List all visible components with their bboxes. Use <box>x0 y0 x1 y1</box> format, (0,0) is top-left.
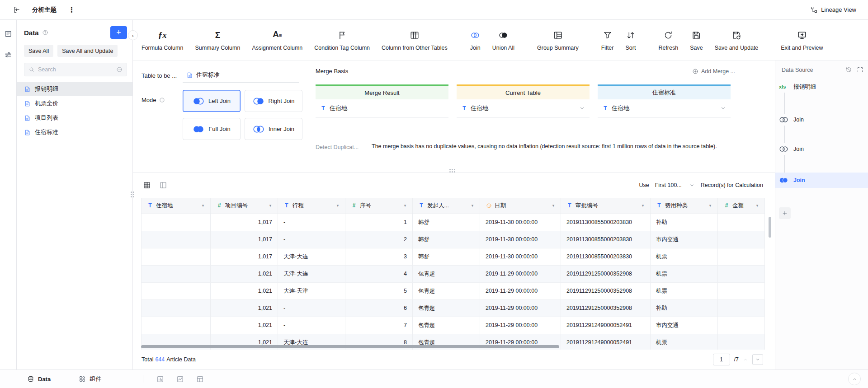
merge-field-name: 住宿地 <box>471 104 488 112</box>
previous-page-button[interactable] <box>743 357 748 362</box>
page-input[interactable] <box>713 354 730 365</box>
search-box[interactable] <box>24 63 127 76</box>
merge-card-2: Current TableT住宿地 <box>457 84 590 117</box>
column-filter-icon[interactable]: ▾ <box>469 203 476 208</box>
mode-right-join[interactable]: Right Join <box>245 90 302 112</box>
table-row[interactable]: 1,021大连-天津5包青超2019-11-29 00:00:002019112… <box>142 282 765 299</box>
table-row[interactable]: 1,021-7包青超2019-11-29 00:00:0020191129124… <box>142 317 765 334</box>
sidebar-table-1[interactable]: 报销明细 <box>17 82 132 96</box>
toolbar-sort[interactable]: Sort <box>619 29 642 51</box>
data-edit-icon[interactable] <box>4 51 12 59</box>
column-filter-icon[interactable]: ▾ <box>267 203 274 208</box>
column-header-9[interactable]: #金额▾ <box>718 198 765 214</box>
datasource-root-node[interactable]: xls报销明细 <box>775 81 868 93</box>
exit-analysis-icon[interactable] <box>13 6 20 14</box>
column-header-5[interactable]: T发起人...▾ <box>413 198 480 214</box>
column-filter-icon[interactable]: ▾ <box>334 203 341 208</box>
table-doc-icon <box>24 115 31 122</box>
merge-field-select[interactable]: T住宿地 <box>457 99 590 117</box>
sidebar-table-3[interactable]: 项目列表 <box>17 111 132 125</box>
chevron-down-icon[interactable] <box>720 105 726 111</box>
save-all-and-update-button[interactable]: Save All and Update <box>57 45 118 57</box>
mode-info-icon[interactable] <box>159 97 165 103</box>
toolbar-union-all[interactable]: Union All <box>486 29 520 51</box>
help-icon[interactable] <box>42 29 48 36</box>
datasource-join-node-2[interactable]: Join <box>775 143 868 155</box>
chart-line-widget-icon[interactable] <box>175 374 185 384</box>
column-header-6[interactable]: 日期▾ <box>480 198 561 214</box>
table-cell: 包青超 <box>413 282 480 299</box>
table-widget-icon[interactable] <box>195 374 205 384</box>
toolbar-summary-column[interactable]: ΣSummary Column <box>189 29 246 51</box>
table-row[interactable]: 1,017-2韩舒2019-11-30 00:00:00201911300855… <box>142 231 765 248</box>
column-header-2[interactable]: #项目编号▾ <box>211 198 278 214</box>
toolbar-condition-tag-column[interactable]: Condition Tag Column <box>308 29 376 51</box>
merge-field-select[interactable]: T住宿地 <box>598 99 731 117</box>
table-row[interactable]: 1,017-1韩舒2019-11-30 00:00:00201911300855… <box>142 214 765 231</box>
panel-resize-handle[interactable] <box>449 169 455 173</box>
mode-left-join[interactable]: Left Join <box>183 90 241 112</box>
form-view-icon <box>159 181 167 189</box>
toolbar-filter[interactable]: Filter <box>595 29 620 51</box>
mode-full-join[interactable]: Full Join <box>183 118 241 140</box>
save-all-button[interactable]: Save All <box>24 45 53 57</box>
toolbar-join[interactable]: Join <box>464 29 486 51</box>
more-menu-icon[interactable]: ⋮ <box>68 6 75 14</box>
chevron-down-icon[interactable] <box>579 105 585 111</box>
add-step-button[interactable] <box>779 207 791 219</box>
merge-card-title: Merge Result <box>316 84 448 99</box>
sidebar-resize-handle[interactable] <box>131 192 134 197</box>
horizontal-scrollbar[interactable] <box>141 345 559 348</box>
analysis-subject-icon[interactable] <box>4 30 12 38</box>
toolbar-save-and-update[interactable]: Save and Update <box>709 29 764 51</box>
chart-bar-widget-icon[interactable] <box>155 374 165 384</box>
search-input[interactable] <box>38 66 113 73</box>
datasource-join-node-1[interactable]: Join <box>775 114 868 126</box>
toolbar-save[interactable]: Save <box>684 29 709 51</box>
collapse-panel-button[interactable] <box>848 373 861 385</box>
toolbar-column-from-other-tables[interactable]: Column from Other Tables <box>376 29 453 51</box>
column-header-3[interactable]: T行程▾ <box>278 198 345 214</box>
vertical-scrollbar[interactable] <box>769 217 771 238</box>
search-options-icon[interactable] <box>116 66 123 73</box>
column-header-1[interactable]: T住宿地▾ <box>142 198 211 214</box>
toolbar-assignment-column[interactable]: A≡Assignment Column <box>246 29 308 51</box>
table-row[interactable]: 1,017天津-大连3韩舒2019-11-30 00:00:0020191130… <box>142 248 765 265</box>
column-filter-icon[interactable]: ▾ <box>199 203 207 208</box>
detect-duplicate-label[interactable]: Detect Duplicat... <box>316 144 372 150</box>
record-count-select[interactable]: First 100... <box>653 181 697 189</box>
form-view-button[interactable] <box>158 180 169 191</box>
toolbar-group-summary[interactable]: Group Summary <box>531 29 585 51</box>
column-filter-icon[interactable]: ▾ <box>754 203 761 208</box>
sidebar-table-4[interactable]: 住宿标准 <box>17 125 132 140</box>
table-cell: 2 <box>345 231 413 248</box>
toolbar-exit-and-preview[interactable]: Exit and Preview <box>775 29 829 51</box>
merge-card-3: 住宿标准T住宿地 <box>598 84 731 117</box>
table-row[interactable]: 1,021天津-大连4包青超2019-11-29 00:00:002019112… <box>142 265 765 282</box>
bottom-tab-data[interactable]: Data <box>27 375 51 383</box>
grid-view-button[interactable] <box>142 180 152 191</box>
add-merge-basis-button[interactable]: Add Merge ... <box>692 68 735 75</box>
toolbar-formula-column[interactable]: ƒxFormula Column <box>136 29 189 51</box>
next-page-button[interactable] <box>752 354 763 365</box>
components-icon <box>79 375 86 383</box>
sidebar-collapse-button[interactable]: ‹ <box>128 30 138 40</box>
column-header-8[interactable]: T费用种类▾ <box>651 198 718 214</box>
merge-field-select[interactable]: T住宿地 <box>316 99 448 117</box>
column-header-4[interactable]: #序号▾ <box>345 198 413 214</box>
table-row[interactable]: 1,021-6包青超2019-11-29 00:00:0020191129125… <box>142 299 765 317</box>
mode-inner-join[interactable]: Inner Join <box>245 118 302 140</box>
column-header-7[interactable]: T审批编号▾ <box>561 198 651 214</box>
datasource-join-node-3[interactable]: Join <box>775 173 868 188</box>
bottom-tabs: Data组件 <box>0 370 101 388</box>
add-table-button[interactable]: + <box>110 26 127 39</box>
column-filter-icon[interactable]: ▾ <box>401 203 409 208</box>
column-filter-icon[interactable]: ▾ <box>639 203 646 208</box>
toolbar-refresh[interactable]: Refresh <box>652 29 684 51</box>
column-filter-icon[interactable]: ▾ <box>707 203 714 208</box>
merged-table-select[interactable]: 住宿标准 <box>183 69 299 83</box>
bottom-tab-components[interactable]: 组件 <box>79 375 101 383</box>
column-filter-icon[interactable]: ▾ <box>550 203 557 208</box>
sidebar-table-2[interactable]: 机票全价 <box>17 96 132 111</box>
lineage-view-button[interactable]: Lineage View <box>810 6 868 14</box>
